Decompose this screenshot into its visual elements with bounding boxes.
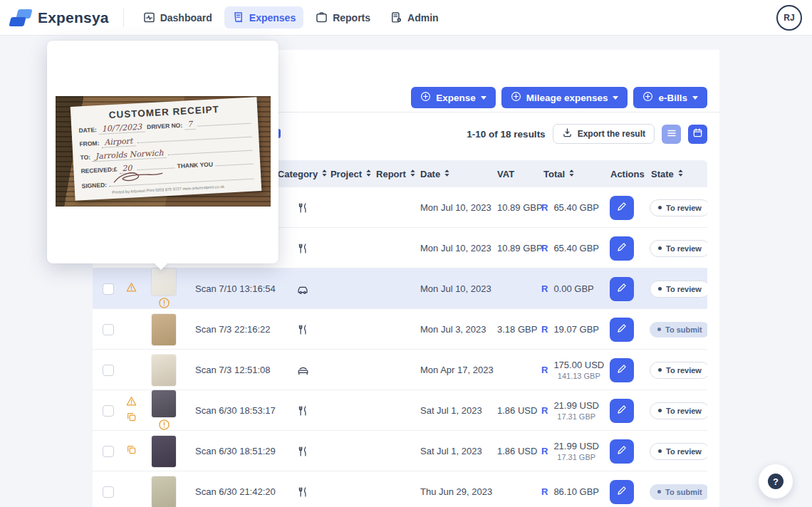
receipt-thumbnail[interactable] xyxy=(152,314,176,345)
nav-item-label: Dashboard xyxy=(160,12,212,23)
receipt-date-value: 10/7/2023 xyxy=(98,122,145,135)
customer-receipt: CUSTOMER RECEIPT DATE: 10/7/2023 DRIVER … xyxy=(71,97,262,201)
column-header-vat: VAT xyxy=(497,160,514,187)
column-header-report[interactable]: Report xyxy=(375,160,417,187)
expense-name: Scan 6/30 21:42:20 xyxy=(195,471,288,507)
add-expense-button[interactable]: Expense xyxy=(411,87,496,108)
expense-vat: 3.18 GBP xyxy=(497,309,537,350)
nav-item-dashboard[interactable]: Dashboard xyxy=(135,6,220,28)
nav-item-expenses[interactable]: Expenses xyxy=(224,6,303,28)
expense-total: 175.00 USD xyxy=(553,360,604,370)
row-alert-icons xyxy=(121,471,141,507)
plus-circle-icon xyxy=(642,91,653,104)
expense-date: Sat Jul 1, 2023 xyxy=(420,431,482,471)
receipt-flag: R xyxy=(541,243,548,254)
pencil-icon xyxy=(616,404,628,417)
expense-total-converted: 17.31 GBP xyxy=(557,453,595,461)
receipt-thumbnail[interactable] xyxy=(152,268,176,296)
exclamation-circle-icon xyxy=(158,419,170,431)
row-alert-icons xyxy=(121,390,141,431)
expense-total: 65.40 GBP xyxy=(553,202,599,213)
top-navbar: Expensya Dashboard Expenses Reports Admi… xyxy=(0,0,812,36)
row-checkbox[interactable] xyxy=(103,446,114,457)
brand[interactable]: Expensya xyxy=(0,9,123,27)
export-result-button[interactable]: Export the result xyxy=(553,124,655,144)
column-header-date[interactable]: Date xyxy=(420,160,450,187)
receipt-thumbnail[interactable] xyxy=(152,355,176,386)
nav-item-reports[interactable]: Reports xyxy=(308,6,378,28)
warning-icon xyxy=(125,396,137,409)
table-row[interactable]: Scan 7/10 13:16:54 Mon Jul 10, 2023 R 0.… xyxy=(93,268,707,309)
receipt-thumbnail[interactable] xyxy=(152,390,176,417)
help-button[interactable]: ? xyxy=(759,464,793,498)
expense-total: 19.07 GBP xyxy=(553,324,599,335)
table-row[interactable]: Scan 6/30 18:51:29 Sat Jul 1, 2023 1.86 … xyxy=(93,431,707,471)
pencil-icon xyxy=(616,241,628,255)
add-e-bills-button[interactable]: e-Bills xyxy=(633,87,707,108)
list-view-toggle[interactable] xyxy=(662,125,681,144)
state-badge: To review xyxy=(650,402,707,419)
edit-expense-button[interactable] xyxy=(610,439,634,464)
chevron-down-icon xyxy=(613,96,618,100)
sort-icon xyxy=(677,169,684,179)
table-row[interactable]: Scan 7/3 12:51:08 Mon Apr 17, 2023 R 175… xyxy=(93,350,707,390)
expensya-logo-icon xyxy=(10,9,31,27)
avatar[interactable]: RJ xyxy=(776,5,802,31)
edit-expense-button[interactable] xyxy=(610,358,634,382)
warning-icon xyxy=(125,282,137,296)
table-row[interactable]: Scan 7/3 22:16:22 Mon Jul 3, 2023 3.18 G… xyxy=(93,309,707,350)
admin-icon xyxy=(390,11,402,23)
receipt-thumbnail[interactable] xyxy=(152,436,176,467)
nav-items: Dashboard Expenses Reports Admin xyxy=(135,6,447,28)
expense-name: Scan 7/10 13:16:54 xyxy=(195,268,288,309)
state-badge: To review xyxy=(650,199,707,216)
edit-expense-button[interactable] xyxy=(610,196,634,220)
edit-expense-button[interactable] xyxy=(610,236,634,261)
receipt-driver-value: 7 xyxy=(184,120,196,130)
column-header-category[interactable]: Category xyxy=(276,160,329,187)
column-header-total[interactable]: Total xyxy=(543,160,575,187)
column-label: Project xyxy=(330,169,362,179)
receipt-thumbnail[interactable] xyxy=(152,476,176,507)
edit-expense-button[interactable] xyxy=(610,399,634,423)
column-label: Date xyxy=(420,169,440,179)
plus-circle-icon xyxy=(511,91,521,104)
row-checkbox[interactable] xyxy=(103,486,114,498)
edit-expense-button[interactable] xyxy=(610,277,634,301)
row-checkbox[interactable] xyxy=(103,283,114,295)
row-checkbox[interactable] xyxy=(103,324,114,335)
column-header-project[interactable]: Project xyxy=(328,160,375,187)
nav-item-admin[interactable]: Admin xyxy=(382,6,447,28)
row-alert-icons xyxy=(121,350,141,390)
receipt-flag: R xyxy=(541,446,548,456)
edit-expense-button[interactable] xyxy=(610,480,634,504)
edit-expense-button[interactable] xyxy=(610,318,634,342)
calendar-view-toggle[interactable] xyxy=(688,125,707,144)
table-row[interactable]: Scan 6/30 21:42:20 Thu Jun 29, 2023 R 86… xyxy=(93,471,707,507)
sort-icon xyxy=(321,169,328,179)
row-checkbox[interactable] xyxy=(103,405,114,417)
category-icon-hotel xyxy=(291,350,315,390)
column-header-state[interactable]: State xyxy=(651,160,684,187)
plus-circle-icon xyxy=(420,91,431,104)
brand-name: Expensya xyxy=(38,9,109,26)
expense-date: Mon Jul 10, 2023 xyxy=(420,228,491,268)
expense-name: Scan 7/3 22:16:22 xyxy=(195,309,288,350)
row-checkbox[interactable] xyxy=(103,365,114,376)
state-badge: To review xyxy=(650,240,707,257)
receipt-flag: R xyxy=(541,283,548,294)
expense-total: 86.10 GBP xyxy=(553,486,599,497)
add-mileage-expenses-button[interactable]: Mileage expenses xyxy=(501,87,628,108)
expense-date: Mon Jul 10, 2023 xyxy=(420,187,491,228)
duplicate-icon xyxy=(126,412,137,425)
expense-total-converted: 141.13 GBP xyxy=(558,372,600,380)
pencil-icon xyxy=(616,282,628,296)
button-label: e-Bills xyxy=(658,93,687,103)
expense-total-converted: 17.31 GBP xyxy=(557,412,595,421)
nav-item-label: Admin xyxy=(407,12,439,23)
table-row[interactable]: Scan 6/30 18:53:17 Sat Jul 1, 2023 1.86 … xyxy=(93,390,707,431)
row-alert-icons xyxy=(121,431,141,471)
calendar-icon xyxy=(692,127,703,140)
state-badge: To review xyxy=(650,362,707,379)
receipt-flag: R xyxy=(541,365,548,375)
